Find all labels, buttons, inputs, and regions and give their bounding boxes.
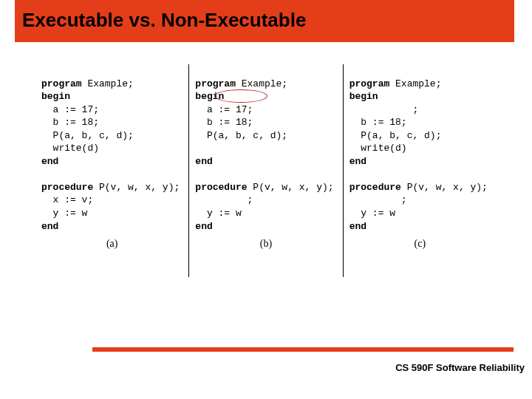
kw-program: program (195, 78, 236, 89)
code-line: y := w (195, 208, 241, 219)
kw-program: program (41, 78, 82, 89)
kw-end: end (349, 221, 366, 232)
kw-procedure: procedure (195, 182, 247, 193)
title-bar: Executable vs. Non-Executable (15, 0, 514, 42)
code-line: P(a, b, c, d); (195, 130, 287, 141)
code-line: b := 18; (349, 117, 407, 128)
kw-end: end (349, 156, 366, 167)
code-line: y := w (41, 208, 87, 219)
code-line: y := w (349, 208, 395, 219)
code-column-a: program Example; begin a := 17; b := 18;… (37, 64, 187, 277)
kw-begin: begin (349, 91, 378, 102)
code-line: b := 18; (195, 117, 253, 128)
kw-end: end (41, 156, 58, 167)
kw-begin: begin (41, 91, 70, 102)
code-line: ; (349, 104, 419, 115)
code-line: a := 17; (41, 104, 99, 115)
kw-procedure: procedure (41, 182, 93, 193)
kw-begin: begin (195, 91, 224, 102)
code-column-b: program Example; begin a := 17; b := 18;… (191, 64, 341, 277)
column-divider (343, 64, 344, 277)
kw-procedure: procedure (349, 182, 401, 193)
code-line: b := 18; (41, 117, 99, 128)
kw-program: program (349, 78, 390, 89)
kw-end: end (41, 221, 58, 232)
code-line: x := v; (41, 194, 93, 205)
slide-title: Executable vs. Non-Executable (22, 9, 507, 32)
code-line: P(a, b, c, d); (41, 130, 134, 141)
code-line: ; (195, 194, 253, 205)
column-label-b: (b) (195, 237, 336, 251)
column-label-a: (a) (41, 237, 183, 251)
column-divider (188, 64, 189, 277)
code-column-c: program Example; begin ; b := 18; P(a, b… (345, 64, 495, 277)
footer-divider (92, 347, 514, 352)
code-line: a := 17; (195, 104, 253, 115)
code-line: P(a, b, c, d); (349, 130, 442, 141)
code-line: write(d) (349, 143, 407, 154)
code-line: write(d) (41, 143, 99, 154)
code-line: ; (349, 194, 407, 205)
column-label-c: (c) (349, 237, 491, 251)
footer-label: CS 590F Software Reliability (395, 362, 525, 373)
kw-end: end (195, 221, 212, 232)
code-comparison: program Example; begin a := 17; b := 18;… (37, 64, 495, 277)
kw-end: end (195, 156, 212, 167)
